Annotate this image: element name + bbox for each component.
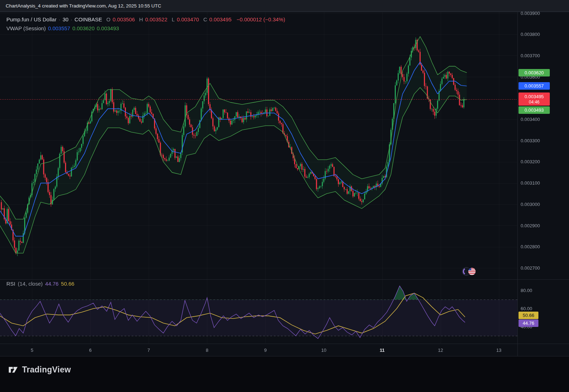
change-value: −0.000012 (−0.34%): [236, 16, 285, 22]
symbol-title[interactable]: Pump.fun / US Dollar: [6, 16, 57, 22]
vwap-lower-value: 0.003493: [97, 25, 119, 31]
last-price-badge: 0.003495 04:46: [519, 92, 550, 106]
low-label: L: [172, 16, 175, 22]
last-price-value: 0.003495: [519, 94, 550, 99]
rsi-ma-badge: 50.66: [519, 312, 538, 319]
exchange-label[interactable]: COINBASE: [75, 16, 102, 22]
tradingview-logo-icon: [8, 364, 18, 375]
vwap-indicator-title[interactable]: VWAP (Session): [6, 25, 46, 31]
rsi-indicator-title[interactable]: RSI: [6, 281, 15, 287]
lower-band-price-badge: 0.003493: [519, 106, 550, 114]
chart-canvas[interactable]: [0, 0, 569, 392]
separator-dot: ·: [59, 16, 60, 22]
topbar-title: ChartAnalysis_4 created with TradingView…: [6, 3, 161, 9]
close-value: 0.003495: [209, 16, 232, 22]
low-value: 0.003470: [177, 16, 199, 22]
separator-dot: ·: [71, 16, 73, 22]
tradingview-brand[interactable]: TradingView: [8, 364, 71, 375]
topbar: ChartAnalysis_4 created with TradingView…: [0, 0, 569, 12]
vwap-row: VWAP (Session) 0.003557 0.003620 0.00349…: [6, 25, 285, 31]
high-value: 0.003522: [145, 16, 167, 22]
brand-text: TradingView: [22, 365, 71, 375]
symbol-row: Pump.fun / US Dollar · 30 · COINBASE O 0…: [6, 16, 285, 22]
high-label: H: [139, 16, 143, 22]
rsi-value: 44.76: [45, 281, 59, 287]
symbol-pair-icon: [461, 266, 477, 277]
interval-label[interactable]: 30: [63, 16, 69, 22]
open-label: O: [106, 16, 111, 22]
rsi-params: (14, close): [18, 281, 43, 287]
close-label: C: [203, 16, 207, 22]
vwap-upper-value: 0.003620: [72, 25, 95, 31]
rsi-value-badge: 44.76: [519, 319, 538, 327]
vwap-value: 0.003557: [48, 25, 70, 31]
open-value: 0.003506: [113, 16, 135, 22]
vwap-price-badge: 0.003557: [519, 82, 550, 90]
upper-band-price-badge: 0.003620: [519, 69, 550, 76]
main-legend: Pump.fun / US Dollar · 30 · COINBASE O 0…: [6, 16, 285, 31]
bar-countdown: 04:46: [519, 100, 550, 105]
rsi-ma-value: 50.66: [61, 281, 75, 287]
rsi-legend: RSI (14, close) 44.76 50.66: [6, 281, 74, 287]
